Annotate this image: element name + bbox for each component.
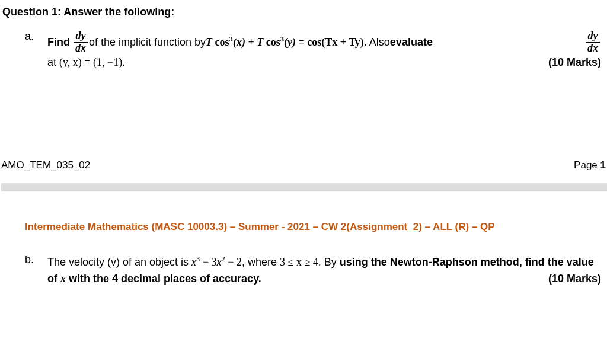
fraction-dydx-2: dy dx [586, 30, 600, 55]
part-a-line1: Find dy dx of the implicit function by T… [47, 30, 601, 55]
text-where: , where [242, 256, 280, 268]
footer-row: AMO_TEM_035_02 Page 1 [1, 159, 607, 171]
part-a-marks: (10 Marks) [548, 55, 601, 71]
question-header: Question 1: Answer the following: [2, 6, 607, 18]
evaluate-word: evaluate [390, 34, 433, 50]
document-page: Question 1: Answer the following: a. Fin… [0, 0, 607, 288]
part-b-container: b. The velocity (v) of an object is x3 −… [25, 254, 601, 288]
page-separator [1, 183, 607, 191]
find-word: Find [47, 34, 70, 50]
course-header: Intermediate Mathematics (MASC 10003.3) … [25, 221, 607, 233]
text-also: . Also [364, 34, 390, 50]
page-number: Page 1 [574, 159, 607, 171]
text-velocity: The velocity (v) of an object is [47, 256, 191, 268]
part-a-line2: at (y, x) = (1, −1). (10 Marks) [47, 55, 601, 71]
part-b-marks: (10 Marks) [548, 270, 601, 288]
part-b-content: The velocity (v) of an object is x3 − 3x… [47, 254, 601, 288]
text-by: . By [318, 256, 340, 268]
part-a-line1-left: Find dy dx of the implicit function by T… [47, 30, 433, 55]
bold-accuracy: with the 4 decimal places of accuracy. [66, 273, 261, 285]
at-point: at (y, x) = (1, −1). [47, 55, 125, 71]
equation-b: x3 − 3x2 − 2 [191, 256, 242, 268]
part-a-container: a. Find dy dx of the implicit function b… [25, 30, 601, 71]
range-expr: 3 ≤ x ≥ 4 [280, 256, 318, 268]
part-b-label: b. [25, 254, 37, 288]
part-a-content: Find dy dx of the implicit function by T… [47, 30, 601, 71]
fraction-dydx-1: dy dx [74, 30, 88, 55]
var-x: x [60, 273, 66, 285]
part-a-label: a. [25, 30, 37, 71]
text-of-implicit: of the implicit function by [89, 34, 206, 50]
equation: T cos3(x) + T cos3(y) = cos(Tx + Ty) [206, 34, 364, 50]
footer-code: AMO_TEM_035_02 [1, 159, 90, 171]
